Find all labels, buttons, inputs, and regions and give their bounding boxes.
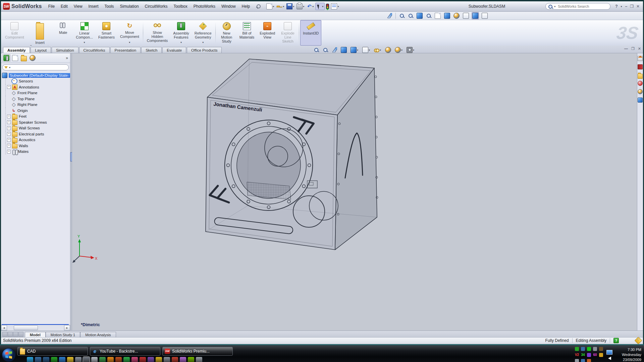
ribbon-instant3d-button[interactable]: Instant3D — [300, 20, 321, 46]
previous-view-button[interactable] — [425, 12, 432, 19]
appearances-button[interactable] — [638, 98, 643, 104]
tab-scroll-last-button[interactable] — [18, 332, 23, 337]
help-button[interactable]: ? — [615, 4, 618, 9]
quick-launch-icon[interactable] — [148, 357, 154, 362]
quick-launch-icon[interactable] — [27, 357, 33, 362]
tab-sketch[interactable]: Sketch — [141, 47, 162, 53]
tray-icon[interactable] — [575, 359, 579, 362]
tray-icon[interactable] — [599, 353, 603, 357]
taskbar-clock[interactable]: 7:30 PM Wednesday 23/09/2009 — [615, 347, 641, 362]
ribbon-exploded-view-button[interactable]: ⌁Exploded View — [257, 20, 278, 46]
tab-office-products[interactable]: Office Products — [187, 47, 222, 53]
apply-scene-button[interactable] — [384, 46, 392, 54]
file-explorer-button[interactable] — [638, 73, 643, 79]
menu-help[interactable]: Help — [239, 3, 253, 10]
menu-edit[interactable]: Edit — [58, 3, 71, 10]
tree-item-origin[interactable]: ↳Origin — [5, 108, 70, 114]
tray-icon[interactable] — [581, 359, 585, 362]
search-box[interactable]: ▾ — [545, 3, 610, 10]
note-button[interactable] — [434, 12, 441, 19]
search-results-button[interactable] — [638, 81, 643, 87]
display-style-shaded-button[interactable] — [472, 12, 479, 19]
display-style-hlr-button[interactable] — [462, 12, 470, 19]
quick-launch-icon[interactable] — [99, 357, 106, 362]
menu-window[interactable]: Window — [218, 3, 239, 10]
save-button[interactable]: ▾ — [286, 3, 295, 10]
tree-item-electrical-parts[interactable]: +Electrical parts — [5, 131, 70, 137]
hide-show-items-button[interactable]: ▾ — [373, 47, 382, 53]
restore-button[interactable]: ❐ — [630, 4, 634, 9]
quick-launch-icon[interactable] — [156, 357, 162, 362]
filter-caret-icon[interactable]: ▾ — [9, 66, 10, 69]
scroll-thumb[interactable] — [14, 325, 38, 330]
print-button[interactable]: ▾ — [296, 3, 305, 10]
quick-launch-icon[interactable] — [59, 357, 65, 362]
ribbon-billof-materials-button[interactable]: Bill of Materials — [237, 20, 257, 46]
view-palette-button[interactable] — [638, 89, 643, 96]
tray-badge[interactable]: 60 — [593, 353, 597, 357]
featuremanager-tab[interactable] — [2, 54, 10, 62]
configurationmanager-tab[interactable] — [20, 54, 28, 62]
search-input[interactable] — [557, 4, 602, 9]
tree-item-top-plane[interactable]: ◇Top Plane — [5, 96, 70, 102]
propertymanager-tab[interactable] — [11, 54, 19, 62]
tree-item-right-plane[interactable]: ◇Right Plane — [5, 102, 70, 108]
quick-launch-icon[interactable] — [140, 357, 146, 362]
expand-toggle[interactable]: + — [7, 85, 11, 89]
tree-filter-input[interactable]: ▾ — [2, 64, 69, 70]
tab-scroll-prev-button[interactable] — [8, 332, 13, 337]
help-caret-icon[interactable]: ▾ — [621, 5, 622, 8]
quick-launch-icon[interactable] — [51, 357, 57, 362]
taskbar-window-cad[interactable]: CAD — [17, 347, 88, 356]
tab-simulation[interactable]: Simulation — [52, 47, 78, 53]
view-settings-button[interactable]: ▾ — [394, 46, 404, 54]
solidworks-resources-button[interactable] — [638, 56, 643, 62]
ribbon-move-component-button[interactable]: ↻Move Component▾ — [117, 20, 142, 46]
design-library-button[interactable] — [638, 64, 643, 71]
taskbar-window-solidworks-premiu[interactable]: SWSolidWorks Premiu... — [162, 347, 233, 356]
start-button[interactable] — [0, 345, 17, 362]
taskbar-window-youtube-backstre[interactable]: eYouTube - Backstre... — [90, 347, 160, 356]
tab-scroll-first-button[interactable] — [2, 332, 7, 337]
expand-toggle[interactable]: + — [7, 150, 11, 154]
tab-evaluate[interactable]: Evaluate — [162, 47, 186, 53]
ribbon-show-hidden-components-button[interactable]: Show Hidden Components — [144, 20, 170, 46]
zoom-to-fit-button[interactable] — [407, 12, 414, 19]
expand-toggle[interactable]: + — [7, 126, 11, 130]
ribbon-assembly-features-button[interactable]: Assembly Features▾ — [170, 20, 192, 46]
ribbon-mate-button[interactable]: Mate — [53, 20, 73, 46]
model-tab-motion-analysis[interactable]: Motion Analysis — [80, 332, 116, 337]
expand-toggle[interactable]: + — [7, 144, 11, 147]
menu-circuitworks[interactable]: CircuitWorks — [142, 3, 171, 10]
tab-scroll-next-button[interactable] — [13, 332, 18, 337]
network-icon[interactable] — [606, 350, 612, 355]
tray-icon[interactable] — [581, 347, 585, 351]
quick-tips-icon[interactable]: ? — [613, 338, 619, 343]
quick-launch-icon[interactable] — [91, 357, 98, 362]
quick-launch-icon[interactable] — [188, 357, 194, 362]
quick-launch-icon[interactable] — [180, 357, 186, 362]
tree-item-walls[interactable]: +Walls — [5, 143, 70, 149]
open-document-button[interactable]: ▾ — [276, 4, 285, 9]
menu-view[interactable]: View — [71, 3, 86, 10]
model-tab-model[interactable]: Model — [25, 332, 46, 337]
tab-layout[interactable]: Layout — [31, 47, 51, 53]
tag-icon[interactable] — [635, 337, 642, 345]
quick-launch-icon[interactable] — [196, 357, 202, 362]
ribbon-insert-components-button[interactable]: Insert Components▾ — [27, 20, 53, 46]
section-view-button[interactable] — [443, 12, 451, 19]
tray-icon[interactable] — [593, 347, 597, 351]
display-style-wireframe-button[interactable] — [481, 12, 488, 19]
volume-icon[interactable] — [608, 357, 611, 360]
tree-item-subwoofer-default-display-state[interactable]: Subwoofer (Default<Display State- — [2, 72, 70, 78]
quick-launch-icon[interactable] — [67, 357, 73, 362]
rebuild-traffic-light-button[interactable] — [325, 3, 330, 10]
tray-icon[interactable] — [599, 347, 603, 351]
quick-launch-icon[interactable] — [164, 357, 170, 362]
quick-launch-icon[interactable] — [43, 357, 49, 362]
view-orientation-button[interactable]: ▾ — [350, 46, 359, 54]
shaded-sphere-button[interactable] — [453, 12, 460, 19]
expand-toggle[interactable]: + — [7, 120, 11, 124]
doc-restore-button[interactable]: ❐ — [631, 47, 635, 51]
menu-toolbox[interactable]: Toolbox — [170, 3, 190, 10]
